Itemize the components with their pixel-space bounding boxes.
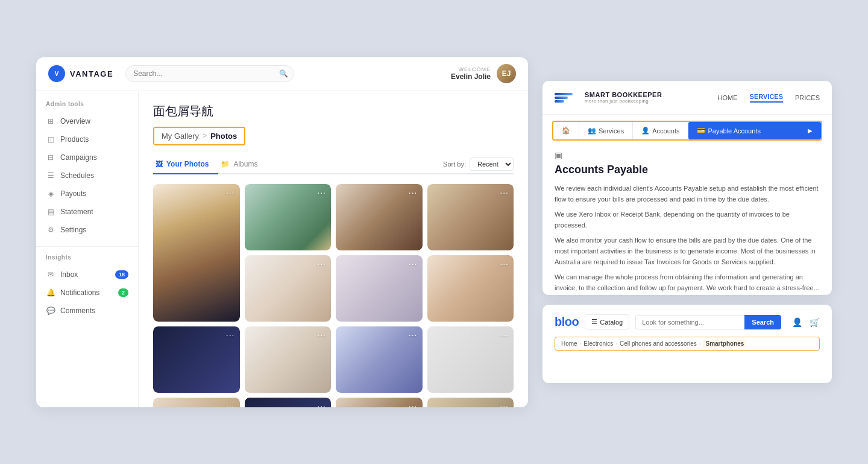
catalog-menu-icon: ☰ [591,318,597,326]
photo-dots-12[interactable]: ··· [226,401,235,407]
photo-dots-5[interactable]: ··· [317,259,326,269]
bloo-search-wrapper: Search [635,315,781,329]
photo-dots-13[interactable]: ··· [317,401,326,407]
sidebar-label-schedules: Schedules [60,171,94,180]
breadcrumb-separator: > [203,132,207,140]
search-icon: 🔍 [279,69,288,78]
sidebar-item-overview[interactable]: ⊞ Overview [36,112,138,130]
photo-13: ··· [245,398,332,407]
cart-icon[interactable]: 🛒 [810,317,820,327]
sidebar-label-notifications: Notifications [60,288,99,297]
statement-icon: ▤ [46,207,55,217]
photo-cell-9[interactable]: ··· [245,326,332,393]
logo-icon: V [48,65,65,82]
campaigns-icon: ⊟ [46,153,55,162]
photo-cell-5[interactable]: ··· [245,255,332,322]
photo-cell-8[interactable]: ··· [153,326,240,393]
sidebar-item-settings[interactable]: ⚙ Settings [36,221,138,239]
sidebar-item-inbox[interactable]: ✉ Inbox 18 [36,265,138,284]
vantage-logo: V VANTAGE [48,65,113,82]
bk-nav-prices[interactable]: PRICES [795,94,820,101]
services-tab-label: Services [599,127,624,135]
photo-dots-6[interactable]: ··· [409,259,418,269]
bk-tab-accounts[interactable]: 👤 Accounts [633,122,688,139]
user-name: Evelin Jolie [451,72,491,81]
bk-tab-services[interactable]: 👥 Services [579,122,632,139]
photo-cell-6[interactable]: ··· [336,255,423,322]
search-input[interactable] [125,65,294,82]
bk-brand-text: SMART BOOKKEEPER more than just bookkeep… [585,91,662,104]
sidebar-item-comments[interactable]: 💬 Comments [36,302,138,320]
sidebar-item-schedules[interactable]: ☰ Schedules [36,167,138,185]
photo-cell-11[interactable]: ··· [427,326,514,393]
photo-cell-2[interactable]: ··· [245,184,332,250]
photo-dots-3[interactable]: ··· [409,188,418,197]
products-icon: ◫ [46,135,55,144]
sidebar-item-products[interactable]: ◫ Products [36,130,138,148]
bk-nav-services[interactable]: SERVICES [750,93,783,103]
bk-logo-line-2 [555,97,568,99]
bloo-bc-sep-3: › [699,341,701,346]
photo-cell-14[interactable]: ··· [336,398,423,407]
avatar[interactable]: EJ [497,64,516,83]
bloo-search-input[interactable] [635,315,744,329]
search-bar[interactable]: 🔍 [125,65,294,82]
photo-cell-3[interactable]: ··· [336,184,423,250]
bk-tab-home[interactable]: 🏠 [553,122,579,139]
sort-select[interactable]: Recent Oldest Name [470,157,514,171]
photo-cell-13[interactable]: ··· [245,398,332,407]
user-info: WELCOME Evelin Jolie EJ [451,64,516,83]
photo-cell-1[interactable]: ··· [153,184,240,322]
your-photos-icon: 🖼 [156,160,163,168]
photo-cell-10[interactable]: ··· [336,326,423,393]
tab-albums[interactable]: 📁 Albums [218,155,267,174]
photo-dots-14[interactable]: ··· [409,401,418,407]
photo-dots-10[interactable]: ··· [409,330,418,340]
bk-nav-home[interactable]: HOME [718,94,738,101]
bk-content: ▣ Accounts Payable We review each indivi… [542,141,832,295]
photo-dots-7[interactable]: ··· [500,259,509,269]
bk-paragraph-2: We use Xero Inbox or Receipt Bank, depen… [555,209,820,230]
tab-your-photos[interactable]: 🖼 Your Photos [153,155,218,174]
bloo-bc-cell-phones[interactable]: Cell phones and accessories [620,340,697,347]
right-panels: SMART BOOKKEEPER more than just bookkeep… [542,81,832,383]
photo-dots-1[interactable]: ··· [226,188,235,197]
sidebar-item-payouts[interactable]: ◈ Payouts [36,185,138,203]
bloo-catalog-button[interactable]: ☰ Catalog [585,314,629,329]
bk-logo-stack [555,93,573,103]
photo-dots-2[interactable]: ··· [317,188,326,197]
bk-brand-name: SMART BOOKKEEPER [585,91,662,98]
sidebar-label-inbox: Inbox [60,270,78,279]
breadcrumb-parent[interactable]: My Gallery [162,132,199,141]
user-icon[interactable]: 👤 [792,317,802,327]
bk-section-title: Accounts Payable [555,164,820,176]
bk-section-icon: ▣ [555,150,820,160]
photo-cell-7[interactable]: ··· [427,255,514,322]
bk-logo-line-1 [555,93,573,95]
sidebar-item-statement[interactable]: ▤ Statement [36,203,138,221]
photo-11: ··· [427,326,514,393]
photo-2: ··· [245,184,332,250]
photo-cell-4[interactable]: ··· [427,184,514,250]
photo-dots-9[interactable]: ··· [317,330,326,340]
bk-tab-payable[interactable]: 💳 Payable Accounts ▶ [688,122,821,139]
bk-brand-tagline: more than just bookkeeping [585,98,662,104]
photo-dots-4[interactable]: ··· [500,188,509,197]
photo-dots-11[interactable]: ··· [500,330,509,340]
sidebar-label-statement: Statement [60,208,93,216]
vantage-header: V VANTAGE 🔍 WELCOME Evelin Jolie EJ [36,57,528,91]
settings-icon: ⚙ [46,225,55,235]
inbox-badge: 18 [115,270,128,279]
photo-4: ··· [427,184,514,250]
photo-dots-15[interactable]: ··· [500,401,509,407]
photo-cell-15[interactable]: ··· [427,398,514,407]
bloo-bc-home[interactable]: Home [561,340,577,347]
schedules-icon: ☰ [46,171,55,180]
photo-dots-8[interactable]: ··· [226,330,235,340]
bloo-search-button[interactable]: Search [744,315,781,329]
photo-cell-12[interactable]: ··· [153,398,240,407]
bk-logo-line-3 [555,100,564,103]
bloo-bc-electronics[interactable]: Electronics [583,340,613,347]
sidebar-item-notifications[interactable]: 🔔 Notifications 2 [36,284,138,302]
sidebar-item-campaigns[interactable]: ⊟ Campaigns [36,148,138,167]
